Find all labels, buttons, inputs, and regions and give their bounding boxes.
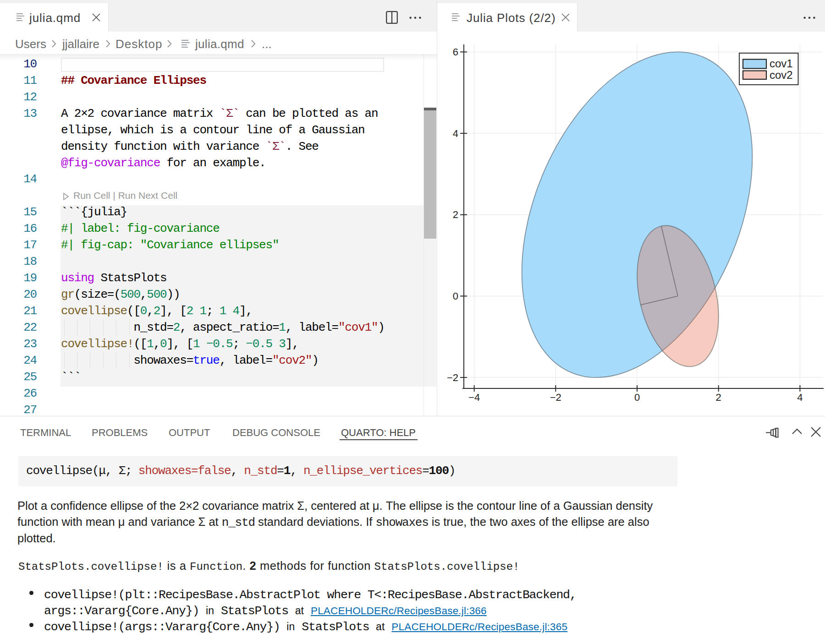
svg-text:−2: −2 — [550, 392, 561, 403]
svg-text:2: 2 — [453, 209, 458, 220]
svg-text:4: 4 — [453, 128, 458, 139]
svg-text:6: 6 — [453, 46, 458, 58]
svg-text:2: 2 — [716, 392, 721, 403]
svg-text:0: 0 — [634, 392, 640, 403]
svg-text:−2: −2 — [447, 372, 458, 383]
svg-text:0: 0 — [453, 290, 458, 302]
svg-text:cov1: cov1 — [770, 57, 793, 70]
svg-text:−4: −4 — [468, 392, 480, 403]
svg-text:4: 4 — [797, 392, 803, 403]
svg-text:cov2: cov2 — [770, 69, 793, 81]
